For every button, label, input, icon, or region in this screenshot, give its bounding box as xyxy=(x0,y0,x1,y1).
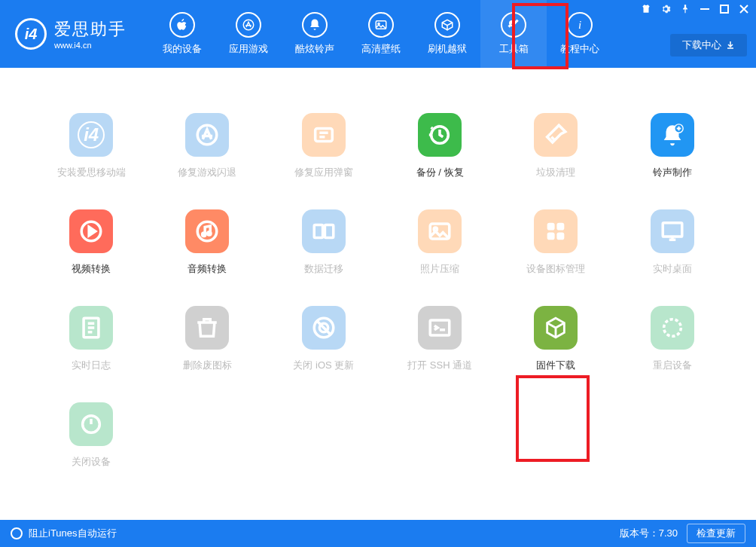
trash-icon xyxy=(185,306,229,350)
tool-label: 关闭设备 xyxy=(72,455,111,469)
app-title: 爱思助手 xyxy=(54,18,127,41)
tool-grid: 设备图标管理 xyxy=(510,209,602,276)
tool-label: 铃声制作 xyxy=(653,166,692,179)
version-label: 版本号：7.30 xyxy=(620,527,678,540)
logo-icon: i4 xyxy=(15,18,47,50)
play-icon xyxy=(69,209,113,253)
music-icon xyxy=(185,209,229,253)
app-url: www.i4.cn xyxy=(54,41,127,50)
logo-section: i4 爱思助手 www.i4.cn xyxy=(0,18,127,50)
nav-tab-bell[interactable]: 酷炫铃声 xyxy=(282,0,348,68)
tool-label: 实时日志 xyxy=(72,359,111,372)
tool-label: 设备图标管理 xyxy=(526,262,585,276)
footer-right: 版本号：7.30 检查更新 xyxy=(620,524,745,543)
logo-text: 爱思助手 www.i4.cn xyxy=(54,18,127,50)
desktop-icon xyxy=(651,209,694,253)
itunes-block-label[interactable]: 阻止iTunes自动运行 xyxy=(29,527,117,540)
tool-trash: 删除废图标 xyxy=(161,306,253,372)
svg-text:i: i xyxy=(578,19,581,31)
transfer-icon xyxy=(302,209,346,253)
image-icon xyxy=(368,12,394,38)
svg-rect-19 xyxy=(557,223,565,231)
box-icon xyxy=(434,12,460,38)
svg-rect-20 xyxy=(547,232,555,240)
tool-play[interactable]: 视频转换 xyxy=(45,209,137,276)
info-icon: i xyxy=(567,12,593,38)
power-icon xyxy=(69,402,113,446)
tool-label: 音频转换 xyxy=(187,262,227,276)
svg-rect-7 xyxy=(315,129,332,142)
nav-label: 教程中心 xyxy=(560,42,599,56)
tool-restore[interactable]: 备份 / 恢复 xyxy=(394,113,486,179)
tool-clean: 垃圾清理 xyxy=(510,113,602,179)
tool-label: 照片压缩 xyxy=(420,262,459,276)
bell-plus-icon xyxy=(651,113,694,157)
svg-point-11 xyxy=(198,222,218,241)
tool-label: 备份 / 恢复 xyxy=(416,166,464,179)
nav-tab-box[interactable]: 刷机越狱 xyxy=(414,0,480,68)
nav-label: 高清壁纸 xyxy=(361,42,401,56)
tool-power: 关闭设备 xyxy=(45,402,137,469)
nav-label: 刷机越狱 xyxy=(428,42,467,56)
tool-label: 修复游戏闪退 xyxy=(178,166,236,179)
nav-tab-image[interactable]: 高清壁纸 xyxy=(348,0,414,68)
svg-rect-4 xyxy=(700,8,709,10)
appstore-icon xyxy=(185,113,229,157)
main-content: i4安装爱思移动端修复游戏闪退修复应用弹窗备份 / 恢复垃圾清理铃声制作视频转换… xyxy=(0,68,756,512)
download-icon xyxy=(726,41,735,50)
tool-transfer: 数据迁移 xyxy=(278,209,370,276)
apple-icon xyxy=(169,12,195,38)
pin-icon[interactable] xyxy=(679,3,691,15)
nav-tabs: 我的设备应用游戏酷炫铃声高清壁纸刷机越狱工具箱i教程中心 xyxy=(149,0,613,68)
nav-tab-info[interactable]: i教程中心 xyxy=(547,0,613,68)
nav-label: 工具箱 xyxy=(499,42,529,56)
minimize-icon[interactable] xyxy=(699,3,711,15)
tool-appleid: 修复应用弹窗 xyxy=(278,113,370,179)
svg-point-12 xyxy=(203,233,206,236)
terminal-icon xyxy=(418,306,462,350)
footer-left: 阻止iTunes自动运行 xyxy=(11,527,117,540)
restart-icon xyxy=(651,306,694,350)
download-center-button[interactable]: 下载中心 xyxy=(670,34,747,57)
tool-label: 修复应用弹窗 xyxy=(294,166,353,179)
check-update-button[interactable]: 检查更新 xyxy=(687,524,745,543)
tool-desktop: 实时桌面 xyxy=(626,209,718,276)
tool-music[interactable]: 音频转换 xyxy=(161,209,253,276)
nav-label: 酷炫铃声 xyxy=(295,42,334,56)
skin-icon[interactable] xyxy=(640,3,652,15)
tool-terminal: 打开 SSH 通道 xyxy=(394,306,486,372)
nav-tab-tools[interactable]: 工具箱 xyxy=(480,0,547,68)
cube-icon xyxy=(534,306,578,350)
clean-icon xyxy=(534,113,578,157)
bell-icon xyxy=(302,12,328,38)
tool-label: 数据迁移 xyxy=(304,262,343,276)
download-center-label: 下载中心 xyxy=(682,38,721,52)
tool-appstore: 修复游戏闪退 xyxy=(161,113,253,179)
gear-icon[interactable] xyxy=(660,3,672,15)
tools-grid: i4安装爱思移动端修复游戏闪退修复应用弹窗备份 / 恢复垃圾清理铃声制作视频转换… xyxy=(45,113,718,469)
svg-rect-15 xyxy=(325,225,333,238)
tool-label: 打开 SSH 通道 xyxy=(407,359,472,372)
appstore-icon xyxy=(236,12,261,38)
nav-label: 应用游戏 xyxy=(229,42,268,56)
svg-rect-5 xyxy=(721,5,728,13)
svg-rect-14 xyxy=(314,225,322,238)
svg-point-26 xyxy=(663,319,681,337)
tool-noupdate: 关闭 iOS 更新 xyxy=(278,306,370,372)
tool-label: 安装爱思移动端 xyxy=(57,166,126,179)
maximize-icon[interactable] xyxy=(718,3,730,15)
footer: 阻止iTunes自动运行 版本号：7.30 检查更新 xyxy=(0,520,756,547)
nav-label: 我的设备 xyxy=(163,42,202,56)
tool-bell-plus[interactable]: 铃声制作 xyxy=(626,113,718,179)
tool-restart: 重启设备 xyxy=(626,306,718,372)
close-icon[interactable] xyxy=(738,3,750,15)
tool-cube[interactable]: 固件下载 xyxy=(510,306,602,372)
tool-label: 关闭 iOS 更新 xyxy=(293,359,354,372)
nav-tab-appstore[interactable]: 应用游戏 xyxy=(215,0,282,68)
tool-i4: i4安装爱思移动端 xyxy=(45,113,137,179)
header: i4 爱思助手 www.i4.cn 我的设备应用游戏酷炫铃声高清壁纸刷机越狱工具… xyxy=(0,0,756,68)
noupdate-icon xyxy=(302,306,346,350)
nav-tab-apple[interactable]: 我的设备 xyxy=(149,0,215,68)
restore-icon xyxy=(418,113,462,157)
status-circle-icon xyxy=(11,527,23,539)
